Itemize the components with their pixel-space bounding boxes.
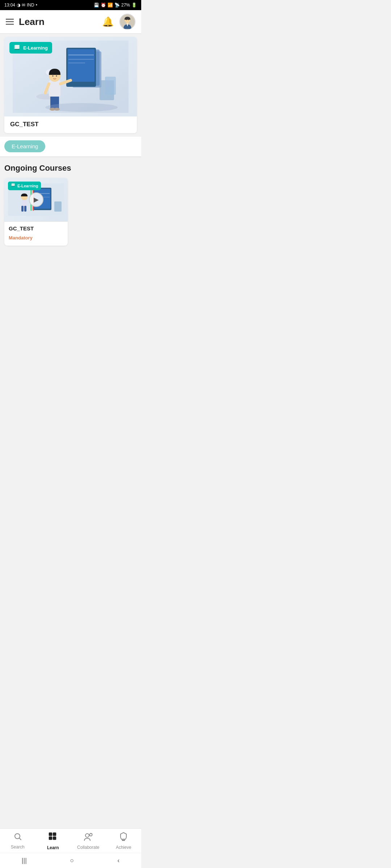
app-bar: Learn 🔔	[0, 10, 141, 33]
hamburger-menu-button[interactable]	[6, 19, 14, 25]
course-badge-icon	[11, 183, 16, 189]
hero-badge-label: E-Learning	[23, 45, 48, 51]
status-msg-icon: ✉	[22, 3, 25, 8]
status-sd-icon: 💾	[94, 3, 99, 8]
course-badge-label: E-Learning	[17, 184, 38, 188]
app-bar-left: Learn	[6, 16, 45, 27]
svg-point-30	[52, 76, 54, 77]
status-signal-icon: 📡	[114, 3, 120, 8]
app-title: Learn	[19, 16, 45, 27]
course-card-body: GC_TEST Mandatory	[4, 222, 68, 246]
svg-rect-42	[24, 206, 26, 212]
status-left: 13:04 ◑ ✉ IND •	[4, 3, 37, 8]
ongoing-courses-title: Ongoing Courses	[4, 163, 137, 173]
chips-row: E-Learning	[0, 137, 141, 157]
svg-rect-7	[15, 45, 20, 49]
svg-point-31	[56, 76, 57, 77]
hero-banner[interactable]: E-Learning	[4, 37, 137, 133]
elearning-chip[interactable]: E-Learning	[4, 140, 45, 152]
status-sim-icon: ◑	[17, 3, 20, 8]
status-dot: •	[36, 3, 37, 8]
status-alarm-icon: ⏰	[101, 3, 106, 8]
hero-course-title: GC_TEST	[10, 121, 38, 128]
course-card-badge: E-Learning	[8, 182, 41, 190]
svg-point-4	[128, 19, 129, 20]
svg-point-34	[45, 103, 118, 112]
hamburger-line-1	[6, 19, 14, 20]
hamburger-line-2	[6, 21, 14, 22]
course-card-image: E-Learning	[4, 178, 68, 221]
hero-title-area: GC_TEST	[4, 116, 137, 133]
course-card-tag: Mandatory	[9, 235, 63, 241]
avatar-image	[120, 14, 135, 29]
hamburger-line-3	[6, 24, 14, 25]
svg-rect-49	[54, 201, 62, 212]
svg-rect-26	[49, 80, 60, 97]
notification-bell-button[interactable]: 🔔	[102, 16, 114, 27]
user-avatar-button[interactable]	[119, 14, 135, 30]
svg-rect-41	[21, 206, 24, 212]
status-battery-icon: 🔋	[131, 3, 137, 8]
elearning-badge-icon	[14, 44, 21, 51]
hero-badge: E-Learning	[9, 42, 52, 54]
status-time: 13:04	[4, 3, 15, 8]
status-network: IND	[27, 3, 34, 8]
svg-rect-37	[12, 183, 15, 186]
svg-point-3	[126, 19, 127, 20]
svg-rect-14	[68, 49, 94, 82]
elearning-chip-label: E-Learning	[12, 143, 38, 149]
status-bar: 13:04 ◑ ✉ IND • 💾 ⏰ 📶 📡 27% 🔋	[0, 0, 141, 10]
status-battery: 27%	[121, 3, 130, 8]
status-right: 💾 ⏰ 📶 📡 27% 🔋	[94, 3, 137, 8]
ongoing-courses-section: Ongoing Courses E-Learning	[0, 157, 141, 249]
hero-image-area: E-Learning	[4, 37, 137, 116]
play-button[interactable]: ▶	[29, 192, 43, 207]
status-wifi-icon: 📶	[108, 3, 113, 8]
main-content: E-Learning	[0, 37, 141, 293]
app-bar-right: 🔔	[102, 14, 135, 30]
course-card[interactable]: E-Learning	[4, 178, 68, 246]
svg-rect-33	[105, 77, 116, 95]
course-card-title: GC_TEST	[9, 225, 63, 231]
